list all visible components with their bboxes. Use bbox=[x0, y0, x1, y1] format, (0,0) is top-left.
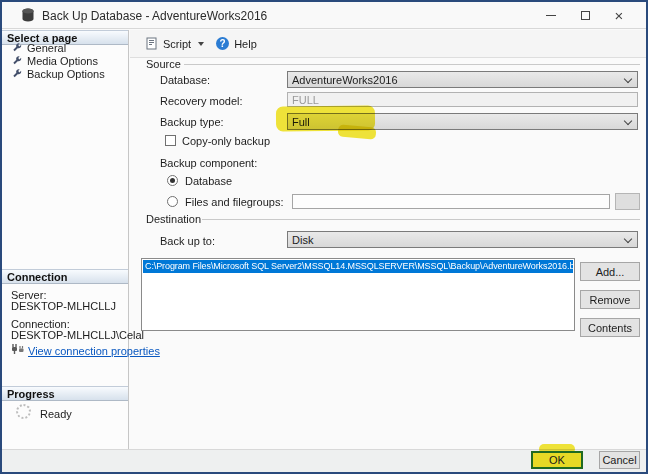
connection-properties-icon bbox=[10, 343, 25, 356]
add-button-label: Add... bbox=[596, 266, 625, 278]
source-section-label: Source bbox=[146, 58, 181, 70]
database-label: Database: bbox=[160, 74, 210, 86]
view-connection-properties-link[interactable]: View connection properties bbox=[28, 345, 160, 357]
titlebar: Back Up Database - AdventureWorks2016 × bbox=[2, 2, 646, 29]
close-button[interactable]: × bbox=[602, 2, 636, 29]
help-button[interactable]: ? Help bbox=[212, 34, 261, 53]
browse-button bbox=[615, 193, 640, 210]
ok-button[interactable]: OK bbox=[531, 451, 583, 469]
progress-header: Progress bbox=[2, 386, 128, 401]
chevron-down-icon bbox=[624, 75, 632, 83]
remove-button[interactable]: Remove bbox=[580, 290, 640, 309]
sidebar-item-general[interactable]: General bbox=[12, 42, 66, 54]
sidebar-item-media-options[interactable]: Media Options bbox=[12, 55, 98, 67]
close-icon: × bbox=[615, 11, 624, 21]
sidebar-item-label: General bbox=[27, 42, 66, 54]
window-controls: × bbox=[534, 2, 636, 29]
backup-component-label: Backup component: bbox=[160, 157, 257, 169]
window-title: Back Up Database - AdventureWorks2016 bbox=[42, 9, 267, 23]
script-label: Script bbox=[163, 38, 191, 50]
database-combobox-value: AdventureWorks2016 bbox=[292, 74, 398, 86]
script-dropdown-icon bbox=[198, 42, 204, 46]
files-filegroups-field bbox=[292, 194, 610, 209]
back-up-to-combobox[interactable]: Disk bbox=[287, 231, 638, 248]
maximize-button[interactable] bbox=[568, 2, 602, 29]
wrench-icon bbox=[12, 43, 22, 53]
backup-destination-list[interactable]: C:\Program Files\Microsoft SQL Server2\M… bbox=[141, 258, 575, 331]
chevron-down-icon bbox=[624, 235, 632, 243]
highlight-mark-tail bbox=[338, 124, 377, 139]
back-up-to-label: Back up to: bbox=[160, 235, 215, 247]
wrench-icon bbox=[12, 56, 22, 66]
database-icon bbox=[21, 8, 35, 23]
database-radio[interactable] bbox=[167, 175, 178, 186]
progress-status: Ready bbox=[40, 408, 72, 420]
database-combobox[interactable]: AdventureWorks2016 bbox=[287, 71, 638, 88]
ok-button-label: OK bbox=[549, 454, 565, 466]
files-filegroups-radio[interactable] bbox=[167, 196, 178, 207]
help-icon: ? bbox=[216, 37, 229, 50]
contents-button-label: Contents bbox=[588, 322, 632, 334]
wrench-icon bbox=[12, 69, 22, 79]
cancel-button-label: Cancel bbox=[602, 454, 636, 466]
minimize-icon bbox=[546, 15, 556, 16]
destination-divider bbox=[202, 219, 640, 220]
connection-header: Connection bbox=[2, 269, 128, 284]
files-filegroups-radio-label: Files and filegroups: bbox=[185, 196, 283, 208]
toolbar: Script ? Help bbox=[130, 30, 646, 58]
back-up-to-combobox-value: Disk bbox=[292, 234, 313, 246]
progress-ready-icon bbox=[16, 404, 31, 419]
sidebar: Select a page General Media Options Back… bbox=[2, 30, 129, 449]
help-label: Help bbox=[234, 38, 257, 50]
database-radio-label: Database bbox=[185, 175, 232, 187]
chevron-down-icon bbox=[624, 117, 632, 125]
backup-path-row-selected[interactable]: C:\Program Files\Microsoft SQL Server2\M… bbox=[143, 260, 573, 273]
destination-section-label: Destination bbox=[146, 213, 201, 225]
cancel-button[interactable]: Cancel bbox=[599, 451, 640, 469]
script-icon bbox=[146, 37, 158, 50]
copy-only-backup-label: Copy-only backup bbox=[182, 135, 270, 147]
connection-value: DESKTOP-MLHCLLJ\Celal bbox=[11, 329, 144, 341]
backup-type-label: Backup type: bbox=[160, 116, 224, 128]
recovery-model-field: FULL bbox=[287, 92, 638, 107]
recovery-model-label: Recovery model: bbox=[160, 95, 243, 107]
server-value: DESKTOP-MLHCLLJ bbox=[11, 300, 116, 312]
maximize-icon bbox=[581, 11, 590, 20]
add-button[interactable]: Add... bbox=[580, 262, 640, 281]
copy-only-backup-checkbox[interactable] bbox=[165, 135, 176, 146]
minimize-button[interactable] bbox=[534, 2, 568, 29]
remove-button-label: Remove bbox=[590, 294, 631, 306]
sidebar-item-label: Media Options bbox=[27, 55, 98, 67]
backup-database-dialog: Back Up Database - AdventureWorks2016 × … bbox=[0, 0, 648, 474]
script-button[interactable]: Script bbox=[142, 34, 208, 53]
source-divider bbox=[184, 64, 640, 65]
recovery-model-value: FULL bbox=[292, 94, 319, 106]
contents-button[interactable]: Contents bbox=[580, 318, 640, 337]
sidebar-item-label: Backup Options bbox=[27, 68, 105, 80]
sidebar-item-backup-options[interactable]: Backup Options bbox=[12, 68, 105, 80]
